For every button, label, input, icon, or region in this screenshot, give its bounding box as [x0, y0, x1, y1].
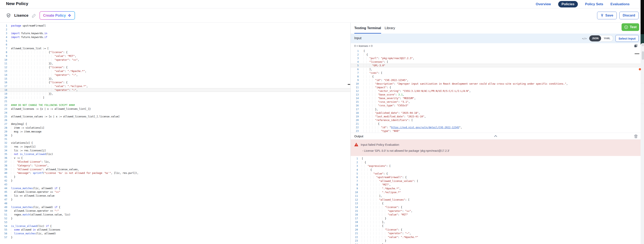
code-line[interactable]: 13 "base_score": 3.1, — [351, 93, 640, 96]
nav-policies[interactable]: Policies — [558, 1, 578, 8]
code-line[interactable]: 33 res := input[i] — [0, 145, 350, 149]
code-line[interactable]: 38 "Category": "License", — [0, 164, 350, 167]
code-line[interactable]: 16 "value": "MIT" — [351, 213, 640, 217]
code-line[interactable]: 14 "base_severity": "MEDIUM", — [351, 96, 640, 100]
code-line[interactable]: 57} — [0, 235, 350, 239]
code-line[interactable]: 29 msg := item.message — [0, 130, 350, 134]
format-option-json[interactable]: JSON — [589, 35, 601, 41]
code-line[interactable]: 7 "allowed_license_values": [ — [351, 179, 640, 183]
code-line[interactable]: 12 {"license": { — [0, 66, 350, 69]
code-line[interactable]: 8 { — [351, 75, 640, 78]
code-line[interactable]: 47} — [0, 198, 350, 202]
code-line[interactable]: 40 "message": sprintf("License '%s' is n… — [0, 171, 350, 175]
code-line[interactable]: 31 — [0, 137, 350, 141]
code-line[interactable]: 24 }, — [351, 243, 640, 244]
code-line[interactable]: 22#### DO NOT CHANGE THE FOLLOWING SCRIP… — [0, 103, 350, 107]
code-line[interactable]: 2 { — [351, 161, 640, 164]
code-line[interactable]: 16 {"license": { — [0, 81, 350, 84]
code-line[interactable]: 41 } — [0, 175, 350, 179]
collapse-output-icon[interactable] — [494, 135, 498, 138]
nav-overview[interactable]: Overview — [536, 2, 551, 6]
code-line[interactable]: 11 ], — [351, 194, 640, 198]
select-input-button[interactable]: Select Input — [616, 35, 638, 42]
code-line[interactable]: 15 }}, — [0, 77, 350, 81]
code-line[interactable]: 20 ] — [0, 96, 350, 99]
code-line[interactable]: 43 — [0, 182, 350, 186]
code-line[interactable]: 17 } — [351, 217, 640, 220]
code-line[interactable]: 3 "purl": "pkg:npm/react@17.2.3", — [351, 56, 640, 60]
save-button[interactable]: Save — [597, 12, 617, 19]
code-line[interactable]: 1package upstreamFirewall — [0, 24, 350, 28]
code-line[interactable]: 6 — [0, 43, 350, 47]
code-line[interactable]: 49license_matches(lic, allowed) if { — [0, 205, 350, 209]
code-line[interactable]: 32violations[v] { — [0, 141, 350, 145]
code-line[interactable]: 19 "last_modified_date": "2023-01-10", — [351, 115, 640, 118]
code-line[interactable]: 51 regex.match(allowed.license.value, li… — [0, 213, 350, 217]
code-line[interactable]: 11 "impact": { — [351, 86, 640, 89]
code-line[interactable]: 10 ".*eclipse.*" — [351, 190, 640, 194]
code-line[interactable]: 55 some allowed in allowed_licenses — [0, 228, 350, 232]
code-line[interactable]: 20 "reference_identifiers": [ — [351, 118, 640, 122]
code-line[interactable]: 18 "operator": "~", — [0, 88, 350, 92]
code-line[interactable]: 21 "operator": "~", — [351, 231, 640, 235]
left-editor-scrollbar-thumb[interactable] — [348, 84, 350, 85]
discard-button[interactable]: Discard — [619, 12, 638, 19]
code-line[interactable]: 37 "Blocked License": lic, — [0, 160, 350, 164]
code-line[interactable]: 54is_license_allowed(lic) if { — [0, 224, 350, 228]
code-line[interactable]: 19 }}, — [0, 92, 350, 96]
code-line[interactable]: 42} — [0, 179, 350, 183]
code-line[interactable]: 45 allowed.license.operator == "==" — [0, 190, 350, 194]
format-option-yaml[interactable]: YAML — [601, 35, 613, 41]
code-line[interactable]: 48 — [0, 201, 350, 205]
policy-code-editor[interactable]: 1package upstreamFirewall23import future… — [0, 23, 350, 244]
code-line[interactable]: 19 { — [351, 224, 640, 228]
code-line[interactable]: 22 "id": "https://nvd.nist.gov/vuln/deta… — [351, 126, 640, 129]
code-line[interactable]: 8 {"license": { — [0, 50, 350, 54]
code-line[interactable]: 6 "upstreamFirewall": { — [351, 175, 640, 179]
code-line[interactable]: 13 { — [351, 202, 640, 205]
clear-output-icon[interactable] — [634, 134, 638, 138]
test-button[interactable]: Test — [622, 23, 639, 31]
copy-icon[interactable] — [634, 44, 638, 48]
code-line[interactable]: 39 "Allowed Licenses": allowed_license_v… — [0, 167, 350, 171]
code-line[interactable]: 18 "published_date": "2025-04-18", — [351, 111, 640, 115]
code-line[interactable]: 7allowed_licenses_list := [ — [0, 47, 350, 50]
code-line[interactable]: 11 }}, — [0, 62, 350, 66]
code-line[interactable]: 53 — [0, 220, 350, 224]
code-line[interactable]: 3import future.keywords.in — [0, 32, 350, 35]
code-line[interactable]: 9 ".*Apache.*", — [351, 187, 640, 191]
code-line[interactable]: 50 allowed.license.operator == "~" — [0, 209, 350, 213]
code-line[interactable]: 44license_matches(lic, allowed) if { — [0, 186, 350, 190]
code-line[interactable]: 2 { — [351, 53, 640, 56]
code-line[interactable]: 5 — [0, 39, 350, 43]
code-line[interactable]: 20 "license": { — [351, 228, 640, 231]
code-line[interactable]: 4 { — [351, 168, 640, 172]
code-line[interactable]: 30} — [0, 134, 350, 137]
code-line[interactable]: 17 "value": ".*eclipse.*", — [0, 84, 350, 88]
code-line[interactable]: 15 "operator": "==", — [351, 209, 640, 213]
code-line[interactable]: 4 "licenses": [ — [351, 60, 640, 64]
code-line[interactable]: 23 } — [351, 239, 640, 243]
edit-policy-name-icon[interactable] — [32, 13, 36, 18]
code-line[interactable]: 16 "cvss_type": "CVSSv3" — [351, 104, 640, 107]
code-line[interactable]: 1[ — [351, 157, 640, 161]
code-line[interactable]: 9 "id": "CVE-2022-12345", — [351, 78, 640, 82]
code-line[interactable]: 12 "vector_string": "CVSS:3.1/AV:N/AC:L/… — [351, 89, 640, 93]
code-line[interactable]: 27deny[msg] { — [0, 122, 350, 126]
code-line[interactable]: 24 — [0, 111, 350, 114]
code-line[interactable]: 13 "value": ".*Apache.*", — [0, 69, 350, 73]
output-json-editor[interactable]: 1[2 {3 "expressions": [4 {5 "value": {6 … — [351, 156, 640, 244]
input-json-editor[interactable]: 1[2 {3 "purl": "pkg:npm/react@17.2.3",4 … — [351, 49, 640, 133]
code-line[interactable]: 18 }, — [351, 220, 640, 224]
code-line[interactable]: 12 "allowed_licenses": [ — [351, 198, 640, 202]
code-line[interactable]: 28 item := violations[i] — [0, 126, 350, 130]
input-editor-scrollbar-thumb[interactable] — [634, 53, 640, 54]
code-line[interactable]: 26 — [0, 118, 350, 122]
tab-testing-terminal[interactable]: Testing Terminal — [354, 23, 381, 34]
create-policy-button[interactable]: Create Policy ❖ — [40, 11, 75, 20]
code-line[interactable]: 2 — [0, 28, 350, 32]
code-line[interactable]: 14 "operator": "~", — [0, 73, 350, 77]
code-line[interactable]: 5 "value": { — [351, 172, 640, 175]
code-line[interactable]: 14 "license": { — [351, 205, 640, 209]
code-line[interactable]: 17 }, — [351, 107, 640, 111]
